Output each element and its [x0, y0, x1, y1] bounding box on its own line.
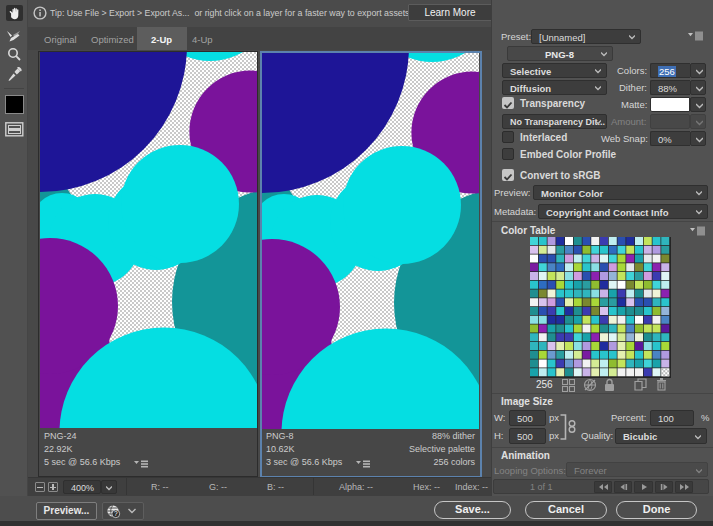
svg-text:?: ? [114, 510, 118, 517]
